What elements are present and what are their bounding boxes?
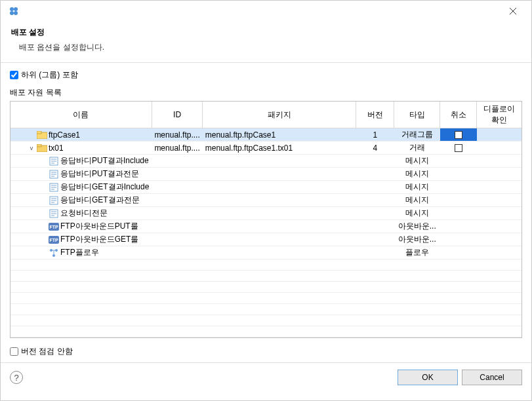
cell-type: 메시지 [394, 207, 440, 220]
close-button[interactable] [500, 1, 526, 22]
row-name-label: 응답바디GET결과전문 [60, 195, 140, 206]
tree-expander [39, 223, 47, 231]
cell-name: FTPFTP아웃바운드GET룰 [10, 233, 152, 246]
cell-name: vtx01 [10, 142, 152, 155]
cell-type: 거래 [394, 142, 440, 155]
empty-row [10, 304, 522, 315]
svg-text:FTP: FTP [49, 238, 58, 242]
tree-expander [28, 131, 35, 139]
cell-cancel [440, 194, 477, 207]
page-title: 배포 설정 [11, 27, 521, 38]
msg-icon [49, 195, 59, 206]
cell-type: 메시지 [394, 194, 440, 207]
cell-id [152, 155, 202, 168]
col-header-cancel[interactable]: 취소 [440, 102, 477, 128]
body-area: 하위 (그룹) 포함 배포 자원 목록 이름 ID 패키지 버전 타입 [1, 63, 531, 341]
cell-type: 메시지 [394, 168, 440, 181]
row-name-label: tx01 [49, 143, 64, 153]
cell-deploy [477, 207, 522, 220]
cell-version [356, 233, 394, 246]
table-row[interactable]: 응답바디PUT결과전문메시지 [10, 168, 522, 181]
tree-expander [39, 170, 47, 178]
cell-cancel[interactable] [440, 128, 477, 142]
table-row[interactable]: vtx01menual.ftp....menual.ftp.ftpCase1.t… [10, 142, 522, 155]
cell-package [203, 220, 356, 233]
cell-version: 4 [356, 142, 394, 155]
skip-version-label: 버전 점검 안함 [21, 346, 73, 357]
cell-id [152, 233, 202, 246]
row-name-label: 응답바디GET결과Include [60, 181, 149, 193]
table-row[interactable]: 응답바디GET결과Include메시지 [10, 181, 522, 194]
row-name-label: 응답바디PUT결과Include [60, 155, 149, 166]
tree-expander [39, 197, 47, 204]
cell-name: ftpCase1 [10, 128, 152, 142]
ok-button[interactable]: OK [398, 370, 458, 385]
cell-type: 아웃바운... [394, 233, 440, 246]
button-group: OK Cancel [398, 370, 522, 385]
col-header-package[interactable]: 패키지 [203, 102, 356, 128]
cell-cancel [440, 181, 477, 194]
cancel-checkbox[interactable] [455, 131, 462, 139]
include-subgroups-label: 하위 (그룹) 포함 [21, 69, 78, 81]
svg-point-3 [14, 11, 18, 15]
msg-icon [49, 208, 59, 219]
cell-cancel [440, 207, 477, 220]
cell-type: 아웃바운... [394, 220, 440, 233]
cell-id: menual.ftp.... [152, 128, 202, 142]
col-header-name[interactable]: 이름 [10, 102, 152, 128]
skip-version-checkbox[interactable]: 버전 점검 안함 [10, 346, 73, 357]
help-button[interactable]: ? [10, 371, 23, 384]
cell-type: 메시지 [394, 155, 440, 168]
col-header-id[interactable]: ID [152, 102, 202, 128]
cell-package: menual.ftp.ftpCase1.tx01 [203, 142, 356, 155]
cell-cancel[interactable] [440, 142, 477, 155]
table-row[interactable]: 요청바디전문메시지 [10, 207, 522, 220]
tree-expander[interactable]: v [28, 144, 35, 152]
cell-deploy [477, 220, 522, 233]
table-row[interactable]: ftpCase1menual.ftp....menual.ftp.ftpCase… [10, 128, 522, 142]
table-row[interactable]: 응답바디PUT결과Include메시지 [10, 155, 522, 168]
header: 배포 설정 배포 옵션을 설정합니다. [1, 22, 531, 62]
cancel-checkbox[interactable] [455, 144, 462, 152]
tree-expander [39, 210, 47, 218]
row-name-label: ftpCase1 [49, 130, 80, 140]
cell-package: menual.ftp.ftpCase1 [203, 128, 356, 142]
flow-icon [49, 248, 59, 258]
row-name-label: 요청바디전문 [60, 208, 108, 219]
skip-version-input[interactable] [10, 347, 18, 356]
cell-version [356, 220, 394, 233]
table-body: ftpCase1menual.ftp....menual.ftp.ftpCase… [10, 128, 522, 339]
include-subgroups-checkbox[interactable]: 하위 (그룹) 포함 [10, 69, 522, 81]
table-row[interactable]: FTP플로우플로우 [10, 246, 522, 259]
table-row[interactable]: 응답바디GET결과전문메시지 [10, 194, 522, 207]
cell-deploy [477, 181, 522, 194]
button-area: ? OK Cancel [1, 363, 531, 392]
page-description: 배포 옵션을 설정합니다. [11, 42, 521, 53]
cell-cancel [440, 233, 477, 246]
include-subgroups-input[interactable] [10, 71, 18, 79]
table-row[interactable]: FTPFTP아웃바운드GET룰아웃바운... [10, 233, 522, 246]
col-header-deploy[interactable]: 디플로이 확인 [477, 102, 522, 128]
cell-package [203, 155, 356, 168]
col-header-type[interactable]: 타입 [394, 102, 440, 128]
cell-version [356, 246, 394, 259]
cell-deploy [477, 233, 522, 246]
cancel-button[interactable]: Cancel [462, 370, 522, 385]
msg-icon [49, 169, 59, 180]
svg-point-0 [10, 7, 14, 11]
cell-type: 거래그룹 [394, 128, 440, 142]
col-header-version[interactable]: 버전 [356, 102, 394, 128]
cell-cancel [440, 220, 477, 233]
empty-row [10, 259, 522, 271]
cell-id [152, 220, 202, 233]
table-header-row: 이름 ID 패키지 버전 타입 취소 디플로이 확인 [10, 102, 522, 128]
app-icon [9, 6, 19, 16]
ftp-icon: FTP [49, 221, 59, 232]
cell-package [203, 168, 356, 181]
cell-version [356, 155, 394, 168]
cell-deploy [477, 246, 522, 259]
table-row[interactable]: FTPFTP아웃바운드PUT룰아웃바운... [10, 220, 522, 233]
svg-text:FTP: FTP [49, 225, 58, 229]
cell-name: FTP플로우 [10, 246, 152, 259]
ftp-icon: FTP [49, 235, 59, 245]
